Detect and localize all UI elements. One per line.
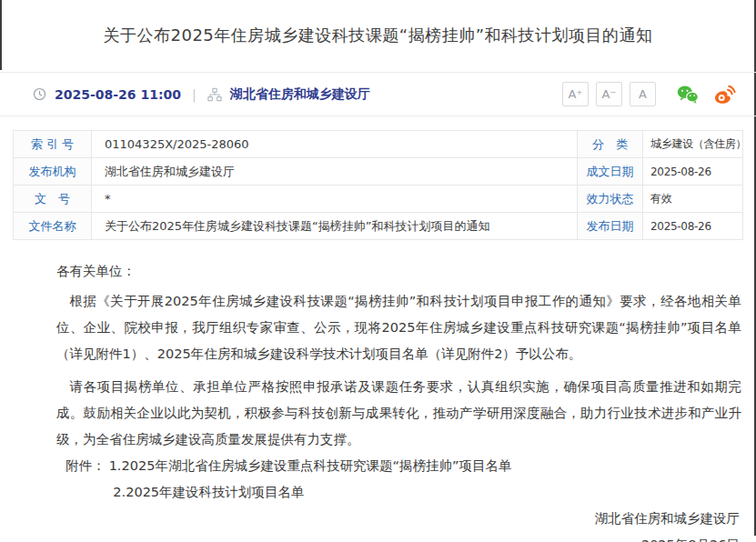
attachment-item-2[interactable]: 2.2025年建设科技计划项目名单: [113, 485, 304, 499]
meta-bar: 2025-08-26 11:00 | 湖北省住房和城乡建设厅 A⁺ A⁻ A: [0, 72, 756, 116]
font-reset-button[interactable]: A: [630, 82, 656, 106]
document-info-table: 索 引 号 01104325X/2025-28060 分 类 城乡建设（含住房）…: [13, 130, 743, 240]
attachments-line-1: 附件：1.2025年湖北省住房城乡建设重点科技研究课题“揭榜挂帅”项目名单: [56, 453, 741, 479]
publish-datetime: 2025-08-26 11:00: [55, 87, 181, 102]
body-paragraph-1: 根据《关于开展2025年住房城乡建设科技课题“揭榜挂帅”和科技计划项目申报工作的…: [56, 288, 741, 367]
issuer-signature: 湖北省住房和城乡建设厅: [56, 506, 741, 532]
attachments-label: 附件：: [66, 458, 106, 473]
source-link[interactable]: 湖北省住房和城乡建设厅: [230, 86, 370, 103]
organization-icon: [207, 87, 222, 102]
issue-date: 2025年8月26日: [56, 532, 741, 542]
meta-info: 2025-08-26 11:00 | 湖北省住房和城乡建设厅: [33, 86, 370, 103]
info-label-publish-date: 发布日期: [578, 213, 643, 240]
notice-page: 关于公布2025年住房城乡建设科技课题“揭榜挂帅”和科技计划项目的通知 2025…: [0, 0, 756, 542]
notice-body: 各有关单位： 根据《关于开展2025年住房城乡建设科技课题“揭榜挂帅”和科技计划…: [0, 258, 756, 542]
toolbar: A⁺ A⁻ A: [562, 82, 736, 106]
attachments-line-2: 2.2025年建设科技计划项目名单: [56, 479, 741, 506]
title-section: 关于公布2025年住房城乡建设科技课题“揭榜挂帅”和科技计划项目的通知: [0, 0, 756, 71]
info-value-written-date: 2025-08-26: [643, 158, 743, 186]
greeting: 各有关单位：: [56, 258, 741, 285]
font-decrease-button[interactable]: A⁻: [596, 82, 622, 106]
info-value-document-number: *: [92, 186, 578, 213]
info-label-index-number: 索 引 号: [14, 131, 92, 158]
info-label-written-date: 成文日期: [578, 158, 643, 186]
wechat-share-icon[interactable]: [676, 83, 700, 106]
table-row: 索 引 号 01104325X/2025-28060 分 类 城乡建设（含住房）: [14, 131, 743, 158]
info-label-validity-status: 效力状态: [578, 186, 643, 213]
info-value-publish-date: 2025-08-26: [643, 213, 743, 240]
clock-icon: [33, 87, 46, 101]
info-value-issuing-agency: 湖北省住房和城乡建设厅: [92, 158, 578, 186]
attachment-item-1[interactable]: 1.2025年湖北省住房城乡建设重点科技研究课题“揭榜挂帅”项目名单: [109, 458, 512, 473]
table-row: 发布机构 湖北省住房和城乡建设厅 成文日期 2025-08-26: [14, 158, 743, 186]
table-row: 文件名称 关于公布2025年住房城乡建设科技课题“揭榜挂帅”和科技计划项目的通知…: [14, 213, 743, 240]
meta-separator: |: [189, 87, 199, 102]
info-label-issuing-agency: 发布机构: [14, 158, 92, 186]
info-value-category: 城乡建设（含住房）: [643, 131, 743, 158]
body-paragraph-2: 请各项目揭榜单位、承担单位严格按照申报承诺及课题任务要求，认真组织实施，确保项目…: [56, 374, 741, 453]
info-value-validity-status: 有效: [643, 186, 743, 213]
info-value-index-number: 01104325X/2025-28060: [92, 131, 578, 158]
info-label-category: 分 类: [578, 131, 643, 158]
info-value-document-title: 关于公布2025年住房城乡建设科技课题“揭榜挂帅”和科技计划项目的通知: [92, 213, 578, 240]
font-increase-button[interactable]: A⁺: [562, 82, 589, 106]
info-label-document-number: 文 号: [14, 186, 92, 213]
page-title: 关于公布2025年住房城乡建设科技课题“揭榜挂帅”和科技计划项目的通知: [104, 25, 653, 46]
info-label-document-title: 文件名称: [14, 213, 92, 240]
weibo-share-icon[interactable]: [712, 83, 736, 106]
table-row: 文 号 * 效力状态 有效: [14, 186, 743, 213]
